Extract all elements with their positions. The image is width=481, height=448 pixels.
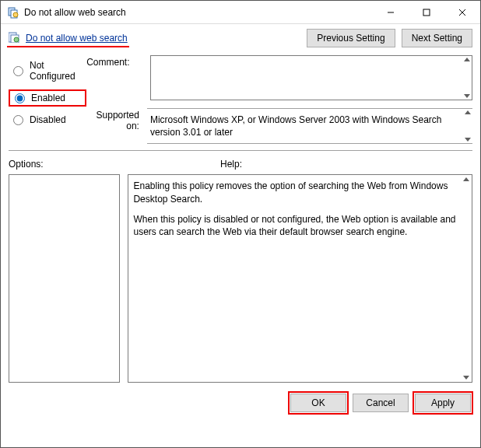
previous-setting-button[interactable]: Previous Setting xyxy=(307,29,395,47)
apply-button[interactable]: Apply xyxy=(415,394,471,412)
maximize-button[interactable] xyxy=(409,1,444,24)
help-scrollbar[interactable] xyxy=(461,175,472,382)
state-radios: Not Configured Enabled Disabled xyxy=(9,55,86,144)
radio-not-configured-label: Not Configured xyxy=(30,60,86,82)
next-setting-button[interactable]: Next Setting xyxy=(402,29,472,47)
comment-textarea[interactable] xyxy=(150,55,472,100)
radio-disabled-label: Disabled xyxy=(30,114,66,125)
help-paragraph-2: When this policy is disabled or not conf… xyxy=(133,213,459,238)
supported-row: Supported on: Microsoft Windows XP, or W… xyxy=(86,108,472,144)
supported-on-label: Supported on: xyxy=(86,108,139,131)
supported-on-text: Microsoft Windows XP, or Windows Server … xyxy=(147,108,472,144)
policy-name-link-wrap: Do not allow web search xyxy=(9,32,128,45)
ok-button[interactable]: OK xyxy=(290,394,346,412)
policy-icon xyxy=(7,6,19,19)
policy-name-link[interactable]: Do not allow web search xyxy=(26,33,128,44)
scroll-down-icon[interactable] xyxy=(464,94,470,98)
scroll-up-icon[interactable] xyxy=(464,58,470,61)
annotation-underline xyxy=(7,46,129,47)
panes: Enabling this policy removes the option … xyxy=(1,174,480,383)
supported-on-value: Microsoft Windows XP, or Windows Server … xyxy=(150,114,442,138)
cancel-button[interactable]: Cancel xyxy=(353,394,409,412)
svg-rect-4 xyxy=(423,9,430,16)
help-pane[interactable]: Enabling this policy removes the option … xyxy=(128,174,472,383)
subheader: Do not allow web search Previous Setting… xyxy=(1,24,480,54)
radio-enabled-label: Enabled xyxy=(31,93,65,103)
close-button[interactable] xyxy=(444,1,480,24)
radio-disabled[interactable]: Disabled xyxy=(9,113,86,127)
comment-row: Comment: xyxy=(86,55,472,100)
settings-right: Comment: Supported on: Microsoft Windows… xyxy=(86,55,472,144)
radio-enabled-input[interactable] xyxy=(15,93,25,103)
settings-area: Not Configured Enabled Disabled Comment:… xyxy=(1,54,480,144)
scroll-down-icon[interactable] xyxy=(465,138,471,142)
policy-editor-window: Do not allow web search Do not allow web… xyxy=(0,0,481,448)
options-label: Options: xyxy=(9,159,220,170)
pane-labels: Options: Help: xyxy=(1,151,480,174)
minimize-button[interactable] xyxy=(373,1,409,24)
help-label: Help: xyxy=(220,159,242,170)
svg-point-9 xyxy=(14,37,19,42)
svg-point-2 xyxy=(13,12,18,17)
radio-not-configured[interactable]: Not Configured xyxy=(9,58,86,83)
options-pane[interactable] xyxy=(9,174,120,383)
radio-not-configured-input[interactable] xyxy=(13,66,23,76)
footer-buttons: OK Cancel Apply xyxy=(1,383,480,423)
policy-link-icon xyxy=(9,32,21,45)
window-title: Do not allow web search xyxy=(24,7,126,18)
scroll-up-icon[interactable] xyxy=(463,177,469,181)
titlebar: Do not allow web search xyxy=(1,1,480,24)
scroll-up-icon[interactable] xyxy=(465,110,471,114)
help-paragraph-1: Enabling this policy removes the option … xyxy=(133,180,459,205)
scroll-down-icon[interactable] xyxy=(463,376,469,380)
radio-disabled-input[interactable] xyxy=(13,115,23,125)
radio-enabled[interactable]: Enabled xyxy=(9,89,86,107)
comment-label: Comment: xyxy=(86,55,142,68)
